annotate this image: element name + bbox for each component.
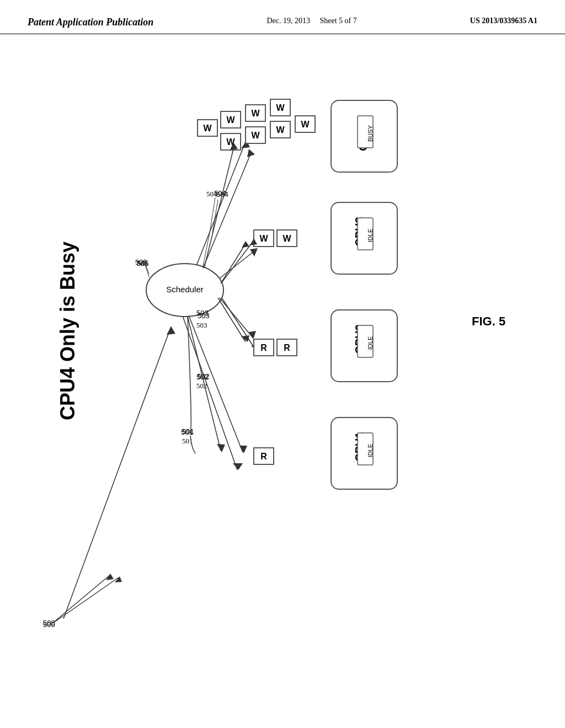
svg-line-6 bbox=[218, 249, 257, 280]
svg-line-0 bbox=[63, 326, 171, 619]
svg-line-12 bbox=[203, 153, 251, 268]
svg-text:W: W bbox=[226, 115, 235, 125]
svg-text:W: W bbox=[203, 124, 212, 133]
svg-marker-74 bbox=[230, 142, 238, 150]
svg-line-75 bbox=[222, 240, 254, 282]
svg-text:CPU4: CPU4 bbox=[357, 121, 369, 151]
svg-marker-9 bbox=[241, 141, 250, 148]
svg-marker-15 bbox=[242, 241, 249, 248]
svg-marker-19 bbox=[217, 444, 225, 452]
publication-type: Patent Application Publication bbox=[28, 17, 153, 28]
svg-line-2 bbox=[182, 314, 237, 470]
svg-rect-31 bbox=[331, 100, 397, 172]
svg-marker-80 bbox=[239, 446, 247, 453]
svg-text:W: W bbox=[251, 109, 260, 118]
svg-marker-76 bbox=[250, 238, 257, 245]
svg-rect-67 bbox=[254, 339, 274, 356]
svg-line-73 bbox=[204, 144, 234, 268]
ref-503: 503 bbox=[196, 321, 207, 330]
publication-date: Dec. 19, 2013 bbox=[266, 17, 310, 25]
svg-text:504: 504 bbox=[216, 190, 228, 199]
svg-text:IDLE: IDLE bbox=[367, 336, 374, 350]
svg-text:CPU2: CPU2 bbox=[353, 324, 365, 354]
svg-text:501: 501 bbox=[182, 427, 194, 436]
svg-text:CPU4 Only is Busy: CPU4 Only is Busy bbox=[56, 242, 79, 420]
svg-text:CPU3: CPU3 bbox=[353, 217, 365, 246]
svg-line-77 bbox=[220, 298, 253, 338]
svg-rect-41 bbox=[358, 325, 373, 357]
svg-rect-71 bbox=[254, 448, 274, 464]
page-header: Patent Application Publication Dec. 19, … bbox=[0, 0, 565, 34]
ref-501: 501 bbox=[182, 437, 193, 446]
svg-rect-51 bbox=[270, 99, 290, 116]
svg-text:Scheduler: Scheduler bbox=[166, 285, 204, 294]
svg-line-14 bbox=[221, 244, 246, 283]
publication-number: US 2013/0339635 A1 bbox=[470, 17, 537, 25]
svg-marker-17 bbox=[241, 335, 249, 342]
svg-text:W: W bbox=[259, 234, 268, 243]
svg-marker-5 bbox=[251, 344, 260, 351]
svg-text:W: W bbox=[282, 234, 291, 243]
svg-rect-61 bbox=[198, 120, 217, 136]
ref-502: 502 bbox=[196, 382, 207, 390]
svg-text:W: W bbox=[226, 137, 235, 147]
svg-rect-35 bbox=[331, 202, 397, 274]
svg-text:502: 502 bbox=[196, 373, 209, 381]
svg-text:IDLE: IDLE bbox=[367, 444, 374, 457]
svg-line-83 bbox=[55, 577, 119, 622]
svg-rect-55 bbox=[246, 127, 265, 143]
svg-text:503: 503 bbox=[196, 309, 209, 317]
svg-text:R: R bbox=[260, 343, 267, 352]
svg-rect-49 bbox=[246, 105, 265, 121]
svg-text:FIG. 5: FIG. 5 bbox=[472, 314, 505, 328]
svg-text:500: 500 bbox=[43, 619, 55, 627]
svg-rect-43 bbox=[331, 417, 397, 489]
svg-text:W: W bbox=[301, 120, 310, 129]
svg-marker-3 bbox=[233, 463, 243, 470]
svg-marker-78 bbox=[249, 331, 256, 339]
svg-rect-47 bbox=[221, 111, 241, 128]
svg-text:R: R bbox=[260, 452, 267, 461]
svg-text:W: W bbox=[251, 131, 260, 140]
ref-504: 504 bbox=[206, 190, 217, 199]
svg-text:W: W bbox=[276, 103, 285, 113]
svg-text:R: R bbox=[284, 343, 290, 352]
svg-rect-45 bbox=[358, 433, 373, 465]
svg-rect-37 bbox=[358, 218, 373, 250]
svg-rect-63 bbox=[254, 230, 274, 247]
svg-marker-84 bbox=[115, 576, 122, 582]
svg-text:CPU1: CPU1 bbox=[353, 432, 365, 461]
sheet-number: Sheet 5 of 7 bbox=[320, 17, 357, 25]
svg-marker-29 bbox=[106, 574, 114, 580]
diagram-svg: Scheduler 504 505 503 502 501 500 FI bbox=[0, 34, 565, 713]
svg-marker-7 bbox=[250, 248, 258, 256]
svg-rect-59 bbox=[295, 116, 315, 132]
svg-line-86 bbox=[210, 197, 215, 233]
svg-line-8 bbox=[196, 142, 246, 267]
svg-marker-13 bbox=[247, 149, 255, 157]
svg-rect-69 bbox=[277, 339, 297, 356]
svg-text:503: 503 bbox=[198, 312, 210, 320]
arrows-svg bbox=[0, 34, 565, 713]
svg-line-16 bbox=[218, 298, 246, 342]
svg-rect-53 bbox=[221, 133, 241, 150]
svg-text:IDLE: IDLE bbox=[367, 229, 374, 242]
svg-point-10 bbox=[146, 264, 223, 317]
svg-rect-57 bbox=[270, 121, 290, 138]
svg-line-4 bbox=[221, 296, 257, 351]
svg-rect-39 bbox=[331, 310, 397, 382]
svg-text:502: 502 bbox=[198, 372, 210, 381]
svg-line-21 bbox=[212, 200, 218, 233]
ref-505: 505 bbox=[137, 259, 148, 268]
svg-line-87 bbox=[203, 233, 210, 266]
svg-text:W: W bbox=[276, 125, 285, 135]
svg-line-28 bbox=[52, 575, 110, 623]
svg-marker-1 bbox=[167, 326, 175, 335]
svg-rect-65 bbox=[277, 230, 297, 247]
svg-text:500: 500 bbox=[43, 620, 55, 629]
diagram-area: CPU4 Only is Busy Scheduler 505 CPU4 BUS… bbox=[0, 34, 565, 713]
svg-rect-33 bbox=[358, 116, 373, 148]
svg-text:BUSY: BUSY bbox=[367, 125, 374, 142]
publication-date-sheet: Dec. 19, 2013 Sheet 5 of 7 bbox=[266, 17, 356, 25]
svg-text:501: 501 bbox=[181, 428, 193, 436]
